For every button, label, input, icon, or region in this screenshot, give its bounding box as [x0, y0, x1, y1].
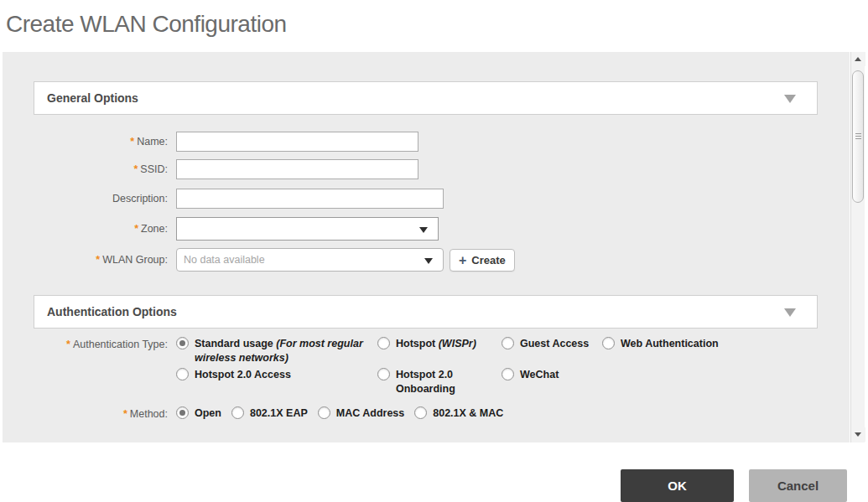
required-asterisk: *: [96, 254, 100, 266]
description-input[interactable]: [176, 189, 444, 209]
method-radio-group: Open 802.1X EAP MAC Address 802.1X & MAC: [176, 406, 503, 421]
radio-hotspot-20-access[interactable]: Hotspot 2.0 Access: [176, 368, 291, 382]
radio-icon: [176, 406, 189, 419]
authentication-type-label: *Authentication Type:: [3, 339, 168, 350]
radio-icon: [377, 337, 390, 349]
create-wlan-dialog: Create WLAN Configuration General Option…: [0, 0, 868, 502]
radio-wechat[interactable]: WeChat: [502, 368, 559, 382]
radio-icon: [231, 406, 244, 419]
radio-web-authentication[interactable]: Web Authentication: [602, 337, 719, 351]
name-input[interactable]: [176, 132, 418, 152]
wlan-group-label: *WLAN Group:: [3, 254, 168, 266]
plus-icon: +: [459, 254, 466, 267]
name-label: *Name:: [3, 136, 168, 147]
ok-button[interactable]: OK: [621, 469, 734, 502]
section-header-general-options[interactable]: General Options: [34, 81, 818, 115]
dropdown-arrow-icon: [424, 258, 433, 264]
radio-icon: [502, 368, 514, 380]
wlan-group-placeholder: No data available: [184, 254, 265, 266]
scrollbar-grip-icon: [855, 133, 861, 141]
vertical-scrollbar[interactable]: [850, 52, 865, 442]
zone-select[interactable]: [176, 217, 439, 241]
radio-8021x-and-mac[interactable]: 802.1X & MAC: [414, 406, 503, 421]
create-wlan-group-button[interactable]: + Create: [450, 249, 515, 272]
arrow-down-icon: [855, 432, 861, 437]
page-title: Create WLAN Configuration: [6, 11, 287, 38]
scroll-down-button[interactable]: [851, 427, 865, 442]
zone-label: *Zone:: [3, 223, 168, 235]
radio-icon: [502, 337, 514, 349]
radio-hotspot-20-onboarding[interactable]: Hotspot 2.0 Onboarding: [377, 368, 465, 396]
radio-icon: [377, 368, 390, 380]
section-title: Authentication Options: [47, 305, 177, 318]
required-asterisk: *: [133, 163, 138, 175]
section-header-authentication-options[interactable]: Authentication Options: [34, 295, 818, 329]
radio-mac-address[interactable]: MAC Address: [318, 406, 405, 421]
ssid-label: *SSID:: [3, 163, 168, 175]
radio-hotspot-wispr[interactable]: Hotspot (WISPr): [377, 337, 476, 351]
required-asterisk: *: [130, 136, 134, 147]
required-asterisk: *: [123, 408, 127, 420]
radio-guest-access[interactable]: Guest Access: [502, 337, 589, 351]
wlan-group-select[interactable]: No data available: [176, 248, 444, 272]
ssid-input[interactable]: [176, 159, 418, 179]
cancel-button[interactable]: Cancel: [749, 469, 847, 502]
chevron-down-icon[interactable]: [784, 95, 796, 103]
radio-standard-usage[interactable]: Standard usage (For most regular wireles…: [176, 337, 371, 365]
chevron-down-icon[interactable]: [784, 308, 796, 317]
required-asterisk: *: [66, 339, 70, 350]
radio-icon: [176, 337, 189, 349]
radio-icon: [414, 406, 427, 419]
radio-open[interactable]: Open: [176, 406, 221, 421]
required-asterisk: *: [134, 223, 138, 235]
arrow-up-icon: [855, 57, 861, 61]
section-title: General Options: [47, 91, 138, 105]
radio-icon: [176, 368, 189, 380]
radio-icon: [318, 406, 330, 419]
form-panel: General Options *Name: *SSID: Descriptio…: [3, 52, 850, 442]
radio-8021x-eap[interactable]: 802.1X EAP: [231, 406, 308, 421]
scrollbar-thumb[interactable]: [852, 70, 864, 203]
radio-icon: [602, 337, 615, 349]
method-label: *Method:: [3, 408, 168, 420]
scroll-up-button[interactable]: [851, 52, 865, 66]
description-label: Description:: [3, 193, 168, 204]
dropdown-arrow-icon: [419, 227, 428, 233]
